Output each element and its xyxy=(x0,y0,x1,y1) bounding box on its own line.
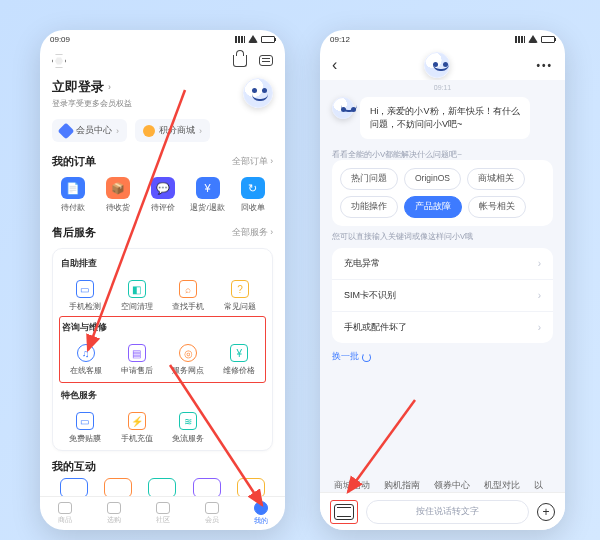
film-icon: ▭ xyxy=(76,412,94,430)
statusbar-left: 09:09 xyxy=(40,30,285,48)
chevron-right-icon: › xyxy=(538,258,541,269)
headset-icon: ♫ xyxy=(77,344,95,362)
sug-coupons[interactable]: 领券中心 xyxy=(434,480,470,492)
settings-hex-icon[interactable] xyxy=(52,54,66,68)
interact-chip-2[interactable] xyxy=(104,478,132,496)
chevron-right-icon: › xyxy=(108,82,111,92)
faq-item-sim[interactable]: SIM卡不识别› xyxy=(332,280,553,312)
group3-head: 特色服务 xyxy=(61,389,264,402)
svc-online-support[interactable]: ♫在线客服 xyxy=(60,340,111,380)
orders-title: 我的订单 xyxy=(52,154,96,169)
orders-more[interactable]: 全部订单 › xyxy=(232,156,273,168)
wifi-icon xyxy=(528,35,538,43)
highlight-consult-group: 咨询与维修 ♫在线客服 ▤申请售后 ◎服务网点 ¥维修价格 xyxy=(59,316,266,383)
pill-function[interactable]: 功能操作 xyxy=(340,196,398,218)
svc-faq[interactable]: ?常见问题 xyxy=(214,276,266,316)
keyboard-icon[interactable] xyxy=(334,504,354,520)
tab-member[interactable]: 会员 xyxy=(187,502,236,525)
interact-chip-5[interactable] xyxy=(237,478,265,496)
order-item-recycle[interactable]: ↻回收单 xyxy=(232,177,273,213)
svc-clean[interactable]: ◧空间清理 xyxy=(111,276,163,316)
svc-phone-check[interactable]: ▭手机检测 xyxy=(59,276,111,316)
cart-icon[interactable] xyxy=(233,55,247,67)
status-time: 09:09 xyxy=(50,35,70,44)
interact-chip-3[interactable] xyxy=(148,478,176,496)
service-title: 售后服务 xyxy=(52,225,96,240)
tab-goods[interactable]: 商品 xyxy=(40,502,89,525)
tab-community[interactable]: 社区 xyxy=(138,502,187,525)
chevron-right-icon: › xyxy=(116,126,119,136)
recycle-icon: ↻ xyxy=(241,177,265,199)
service-more[interactable]: 全部服务 › xyxy=(232,227,273,239)
sug-more[interactable]: 以 xyxy=(534,480,543,492)
points-mall-chip[interactable]: 积分商城 › xyxy=(135,119,210,142)
sug-buy-guide[interactable]: 购机指南 xyxy=(384,480,420,492)
statusbar-right: 09:12 xyxy=(320,30,565,48)
order-item-pending-pay[interactable]: 📄待付款 xyxy=(52,177,93,213)
topup-icon: ⚡ xyxy=(128,412,146,430)
bot-avatar-small xyxy=(332,97,354,119)
order-item-refund[interactable]: ¥退货/退款 xyxy=(187,177,228,213)
tab-mine[interactable]: 我的 xyxy=(236,501,285,526)
signal-icon xyxy=(515,36,525,43)
order-item-pending-ship[interactable]: 📦待收货 xyxy=(97,177,138,213)
sug-mall-activity[interactable]: 商城活动 xyxy=(334,480,370,492)
chevron-right-icon: › xyxy=(538,290,541,301)
phone-right: 09:12 ‹ ••• 09:11 Hi，亲爱的小V粉，新年快乐！有什么问题，不… xyxy=(320,30,565,530)
interact-chip-1[interactable] xyxy=(60,478,88,496)
order-item-pending-review[interactable]: 💬待评价 xyxy=(142,177,183,213)
box-icon: 📦 xyxy=(106,177,130,199)
signal-icon xyxy=(235,36,245,43)
svc-find[interactable]: ⌕查找手机 xyxy=(163,276,215,316)
pill-originos[interactable]: OriginOS xyxy=(404,168,461,190)
svc-free-data[interactable]: ≋免流服务 xyxy=(163,408,215,448)
svc-repair-price[interactable]: ¥维修价格 xyxy=(214,340,265,380)
data-icon: ≋ xyxy=(179,412,197,430)
back-button[interactable]: ‹ xyxy=(332,56,337,74)
tab-shop[interactable]: 选购 xyxy=(89,502,138,525)
pill-account[interactable]: 帐号相关 xyxy=(468,196,526,218)
phone-left: 09:09 立即登录 › 登录享受更多会员权益 xyxy=(40,30,285,530)
refresh-icon xyxy=(362,353,371,362)
greeting-bubble: Hi，亲爱的小V粉，新年快乐！有什么问题，不妨问问小V吧~ xyxy=(332,97,553,139)
greeting-text: Hi，亲爱的小V粉，新年快乐！有什么问题，不妨问问小V吧~ xyxy=(360,97,530,139)
add-button[interactable]: + xyxy=(537,503,555,521)
refresh-button[interactable]: 换一批 xyxy=(332,351,553,363)
interact-chip-4[interactable] xyxy=(193,478,221,496)
price-icon: ¥ xyxy=(230,344,248,362)
svc-topup[interactable]: ⚡手机充值 xyxy=(111,408,163,448)
location-icon: ◎ xyxy=(179,344,197,362)
faq-item-charge[interactable]: 充电异常› xyxy=(332,248,553,280)
pill-hot[interactable]: 热门问题 xyxy=(340,168,398,190)
faq-list: 充电异常› SIM卡不识别› 手机或配件坏了› xyxy=(332,248,553,343)
chip-label: 会员中心 xyxy=(76,124,112,137)
group2-head: 咨询与维修 xyxy=(62,321,263,334)
svc-service-point[interactable]: ◎服务网点 xyxy=(163,340,214,380)
status-time: 09:12 xyxy=(330,35,350,44)
topic-pills: 热门问题 OriginOS 商城相关 功能操作 产品故障 帐号相关 xyxy=(332,160,553,226)
svc-free-film[interactable]: ▭免费贴膜 xyxy=(59,408,111,448)
bag-icon xyxy=(107,502,121,514)
more-button[interactable]: ••• xyxy=(536,60,553,71)
chat-input-bar: 按住说话转文字 + xyxy=(320,492,565,530)
member-icon xyxy=(205,502,219,514)
wifi-icon xyxy=(248,35,258,43)
pill-mall[interactable]: 商城相关 xyxy=(467,168,525,190)
pill-fault[interactable]: 产品故障 xyxy=(404,196,462,218)
battery-icon xyxy=(261,36,275,43)
bot-avatar xyxy=(424,52,450,78)
wallet-icon: 📄 xyxy=(61,177,85,199)
refund-icon: ¥ xyxy=(196,177,220,199)
svc-apply-aftersale[interactable]: ▤申请售后 xyxy=(111,340,162,380)
ask-prompt: 看看全能的小V都能解决什么问题吧~ xyxy=(332,149,553,160)
form-icon: ▤ xyxy=(128,344,146,362)
login-title[interactable]: 立即登录 › xyxy=(52,78,132,96)
suggestion-row: 商城活动 购机指南 领券中心 机型对比 以 xyxy=(332,476,553,492)
member-center-chip[interactable]: 会员中心 › xyxy=(52,119,127,142)
faq-item-broken[interactable]: 手机或配件坏了› xyxy=(332,312,553,343)
input-hint: 您可以直接输入关键词或像这样问小V哦 xyxy=(332,232,553,242)
sug-compare[interactable]: 机型对比 xyxy=(484,480,520,492)
voice-input[interactable]: 按住说话转文字 xyxy=(366,500,529,524)
messages-icon[interactable] xyxy=(259,55,273,66)
avatar[interactable] xyxy=(243,78,273,108)
